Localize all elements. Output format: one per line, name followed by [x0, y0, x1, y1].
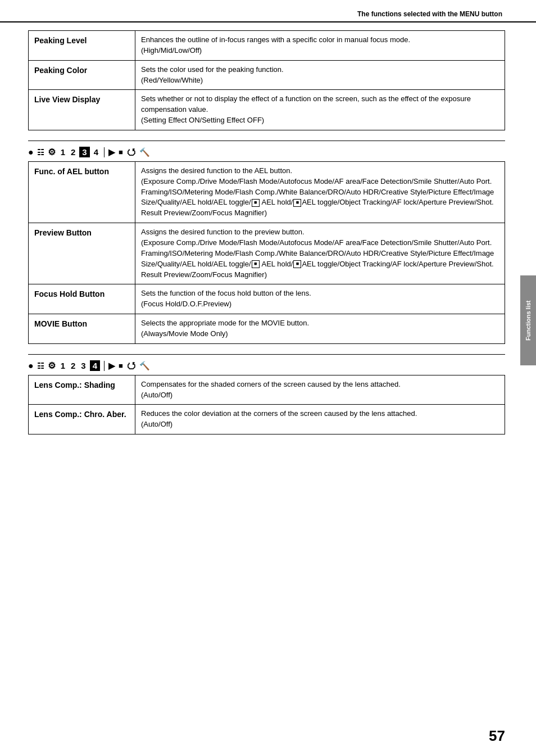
camera-icon: ● — [28, 147, 34, 157]
wrench-icon-1: 🔨 — [139, 147, 150, 157]
side-tab: Functions list — [520, 275, 536, 365]
nav2-num1: 1 — [59, 361, 67, 370]
wrench-icon-2: 🔨 — [139, 361, 150, 371]
row-label: Lens Comp.: Shading — [29, 375, 135, 405]
grid-icon: ☷ — [37, 148, 44, 157]
play-icon-2: ▶ — [108, 361, 115, 371]
camera-icon-2: ● — [28, 361, 34, 371]
row-label: Peaking Level — [29, 31, 135, 61]
page-header: The functions selected with the MENU but… — [0, 6, 536, 22]
row-description: Sets the function of the focus hold butt… — [135, 284, 505, 314]
page-number: 57 — [489, 727, 505, 745]
content-area: Peaking LevelEnhances the outline of in-… — [0, 30, 536, 434]
rect-icon-2: ■ — [119, 361, 123, 370]
table-row: Lens Comp.: Chro. Aber.Reduces the color… — [29, 405, 505, 434]
table-row: MOVIE ButtonSelects the appropriate mode… — [29, 314, 505, 344]
circle-arrow-icon-1: ⭯ — [126, 147, 136, 158]
circle-arrow-icon-2: ⭯ — [126, 360, 136, 372]
section2-table: Func. of AEL buttonAssigns the desired f… — [28, 161, 505, 344]
nav1-sep — [104, 147, 105, 157]
nav-bar-2: ● ☷ ⚙ 1 2 3 4 ▶ ■ ⭯ 🔨 — [28, 354, 505, 372]
table-row: Preview ButtonAssigns the desired functi… — [29, 223, 505, 284]
nav2-sep — [104, 361, 105, 371]
table-row: Func. of AEL buttonAssigns the desired f… — [29, 161, 505, 223]
nav2-num2: 2 — [69, 361, 77, 370]
row-description: Assigns the desired function to the AEL … — [135, 161, 505, 223]
table-row: Peaking LevelEnhances the outline of in-… — [29, 31, 505, 61]
table-row: Focus Hold ButtonSets the function of th… — [29, 284, 505, 314]
nav-bar-1: ● ☷ ⚙ 1 2 3 4 ▶ ■ ⭯ 🔨 — [28, 141, 505, 158]
row-label: Live View Display — [29, 90, 135, 130]
row-label: MOVIE Button — [29, 314, 135, 344]
play-icon-1: ▶ — [108, 147, 115, 157]
rect-icon-1: ■ — [119, 148, 123, 156]
row-description: Compensates for the shaded corners of th… — [135, 375, 505, 405]
nav1-num3: 3 — [79, 147, 89, 157]
row-description: Selects the appropriate mode for the MOV… — [135, 314, 505, 344]
page-container: The functions selected with the MENU but… — [0, 0, 536, 756]
section1-table: Peaking LevelEnhances the outline of in-… — [28, 30, 505, 130]
grid-icon-2: ☷ — [37, 361, 44, 370]
section3-table: Lens Comp.: ShadingCompensates for the s… — [28, 375, 505, 434]
gear-icon-2: ⚙ — [48, 360, 56, 371]
row-label: Focus Hold Button — [29, 284, 135, 314]
nav2-num3: 3 — [79, 361, 87, 370]
row-description: Assigns the desired function to the prev… — [135, 223, 505, 284]
row-label: Preview Button — [29, 223, 135, 284]
row-description: Sets the color used for the peaking func… — [135, 60, 505, 90]
nav1-num2: 2 — [69, 147, 77, 157]
row-description: Sets whether or not to display the effec… — [135, 90, 505, 130]
table-row: Lens Comp.: ShadingCompensates for the s… — [29, 375, 505, 405]
row-description: Reduces the color deviation at the corne… — [135, 405, 505, 434]
row-label: Func. of AEL button — [29, 161, 135, 223]
row-label: Peaking Color — [29, 60, 135, 90]
table-row: Live View DisplaySets whether or not to … — [29, 90, 505, 130]
gear-icon-1: ⚙ — [48, 147, 56, 157]
nav1-num1: 1 — [59, 147, 67, 157]
table-row: Peaking ColorSets the color used for the… — [29, 60, 505, 90]
row-description: Enhances the outline of in-focus ranges … — [135, 31, 505, 61]
header-title: The functions selected with the MENU but… — [357, 10, 502, 18]
nav1-num4: 4 — [92, 147, 100, 157]
row-label: Lens Comp.: Chro. Aber. — [29, 405, 135, 434]
nav2-num4: 4 — [90, 360, 100, 371]
